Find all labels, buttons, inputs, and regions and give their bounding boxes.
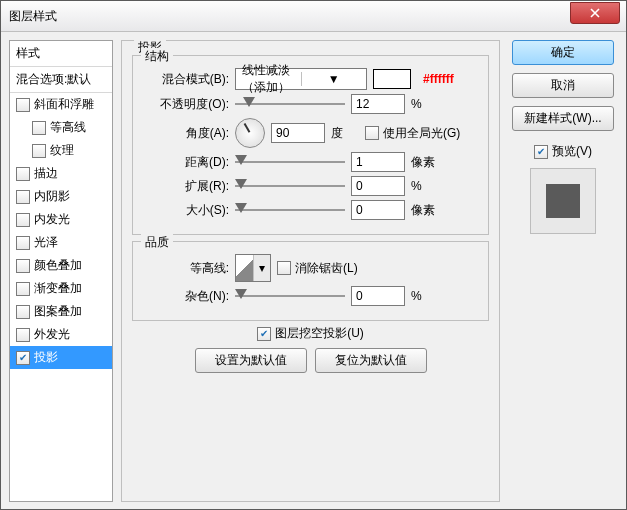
opacity-unit: %: [411, 97, 439, 111]
antialias-label: 消除锯齿(L): [295, 260, 358, 277]
blend-options-row[interactable]: 混合选项:默认: [10, 67, 112, 93]
sidebar-item-label: 纹理: [50, 142, 74, 159]
size-slider[interactable]: [235, 203, 345, 217]
sidebar-item-2[interactable]: 纹理: [10, 139, 112, 162]
knockout-check[interactable]: ✔ 图层挖空投影(U): [257, 325, 364, 342]
spread-value[interactable]: 0: [351, 176, 405, 196]
distance-unit: 像素: [411, 154, 439, 171]
sidebar-item-label: 投影: [34, 349, 58, 366]
opacity-slider[interactable]: [235, 97, 345, 111]
checkbox-icon: [16, 305, 30, 319]
quality-legend: 品质: [141, 234, 173, 251]
structure-group: 结构 混合模式(B): 线性减淡（添加） ▼ #ffffff 不透明度(O): …: [132, 55, 489, 235]
window-title: 图层样式: [9, 8, 57, 25]
spread-slider[interactable]: [235, 179, 345, 193]
contour-label: 等高线:: [143, 260, 229, 277]
preview-box: [530, 168, 596, 234]
right-column: 确定 取消 新建样式(W)... ✔ 预览(V): [508, 40, 618, 502]
sidebar-item-5[interactable]: 内发光: [10, 208, 112, 231]
opacity-value[interactable]: 12: [351, 94, 405, 114]
checkbox-icon: ✔: [534, 145, 548, 159]
spread-unit: %: [411, 179, 439, 193]
checkbox-icon: [32, 144, 46, 158]
angle-value[interactable]: 90: [271, 123, 325, 143]
noise-unit: %: [411, 289, 439, 303]
sidebar-item-label: 颜色叠加: [34, 257, 82, 274]
titlebar[interactable]: 图层样式: [1, 1, 626, 32]
preview-swatch: [546, 184, 580, 218]
sidebar-item-6[interactable]: 光泽: [10, 231, 112, 254]
global-light-label: 使用全局光(G): [383, 125, 460, 142]
sidebar-item-label: 渐变叠加: [34, 280, 82, 297]
sidebar-item-label: 内发光: [34, 211, 70, 228]
sidebar-header[interactable]: 样式: [10, 41, 112, 67]
sidebar-item-10[interactable]: 外发光: [10, 323, 112, 346]
quality-group: 品质 等高线: ▾ 消除锯齿(L) 杂色(N): 0: [132, 241, 489, 321]
cancel-button[interactable]: 取消: [512, 73, 614, 98]
checkbox-icon: [277, 261, 291, 275]
preview-label: 预览(V): [552, 143, 592, 160]
sidebar-item-label: 等高线: [50, 119, 86, 136]
layer-style-dialog: 图层样式 样式 混合选项:默认 斜面和浮雕等高线纹理描边内阴影内发光光泽颜色叠加…: [0, 0, 627, 510]
sidebar-item-label: 外发光: [34, 326, 70, 343]
knockout-label: 图层挖空投影(U): [275, 325, 364, 342]
sidebar-item-7[interactable]: 颜色叠加: [10, 254, 112, 277]
noise-value[interactable]: 0: [351, 286, 405, 306]
distance-slider[interactable]: [235, 155, 345, 169]
styles-sidebar: 样式 混合选项:默认 斜面和浮雕等高线纹理描边内阴影内发光光泽颜色叠加渐变叠加图…: [9, 40, 113, 502]
antialias-check[interactable]: 消除锯齿(L): [277, 260, 358, 277]
set-defaults-button[interactable]: 设置为默认值: [195, 348, 307, 373]
distance-label: 距离(D):: [143, 154, 229, 171]
sidebar-item-0[interactable]: 斜面和浮雕: [10, 93, 112, 116]
chevron-down-icon: ▾: [253, 255, 270, 281]
ok-button[interactable]: 确定: [512, 40, 614, 65]
angle-unit: 度: [331, 125, 359, 142]
sidebar-item-label: 内阴影: [34, 188, 70, 205]
contour-thumb-icon: [236, 255, 253, 281]
sidebar-item-3[interactable]: 描边: [10, 162, 112, 185]
color-swatch[interactable]: [373, 69, 411, 89]
sidebar-item-label: 斜面和浮雕: [34, 96, 94, 113]
size-value[interactable]: 0: [351, 200, 405, 220]
close-button[interactable]: [570, 2, 620, 24]
sidebar-item-label: 描边: [34, 165, 58, 182]
size-label: 大小(S):: [143, 202, 229, 219]
checkbox-icon: ✔: [257, 327, 271, 341]
checkbox-icon: [16, 167, 30, 181]
sidebar-item-4[interactable]: 内阴影: [10, 185, 112, 208]
checkbox-icon: [16, 328, 30, 342]
blend-mode-value: 线性减淡（添加）: [236, 62, 301, 96]
dialog-body: 样式 混合选项:默认 斜面和浮雕等高线纹理描边内阴影内发光光泽颜色叠加渐变叠加图…: [1, 32, 626, 510]
checkbox-icon: [32, 121, 46, 135]
sidebar-item-9[interactable]: 图案叠加: [10, 300, 112, 323]
spread-label: 扩展(R):: [143, 178, 229, 195]
sidebar-item-1[interactable]: 等高线: [10, 116, 112, 139]
distance-value[interactable]: 1: [351, 152, 405, 172]
noise-slider[interactable]: [235, 289, 345, 303]
sidebar-item-11[interactable]: ✔投影: [10, 346, 112, 369]
size-unit: 像素: [411, 202, 439, 219]
main-panel: 投影 结构 混合模式(B): 线性减淡（添加） ▼ #ffffff 不透明度(O…: [121, 40, 500, 502]
reset-defaults-button[interactable]: 复位为默认值: [315, 348, 427, 373]
angle-dial[interactable]: [235, 118, 265, 148]
blend-mode-combo[interactable]: 线性减淡（添加） ▼: [235, 68, 367, 90]
checkbox-icon: [16, 259, 30, 273]
checkbox-icon: [16, 236, 30, 250]
checkbox-icon: ✔: [16, 351, 30, 365]
new-style-button[interactable]: 新建样式(W)...: [512, 106, 614, 131]
checkbox-icon: [16, 213, 30, 227]
blend-mode-label: 混合模式(B):: [143, 71, 229, 88]
sidebar-item-label: 光泽: [34, 234, 58, 251]
contour-picker[interactable]: ▾: [235, 254, 271, 282]
preview-check[interactable]: ✔ 预览(V): [534, 143, 592, 160]
close-icon: [590, 8, 600, 18]
sidebar-item-8[interactable]: 渐变叠加: [10, 277, 112, 300]
opacity-label: 不透明度(O):: [143, 96, 229, 113]
checkbox-icon: [365, 126, 379, 140]
angle-label: 角度(A):: [143, 125, 229, 142]
sidebar-item-label: 图案叠加: [34, 303, 82, 320]
global-light-check[interactable]: 使用全局光(G): [365, 125, 460, 142]
checkbox-icon: [16, 282, 30, 296]
color-hex: #ffffff: [423, 72, 454, 86]
noise-label: 杂色(N):: [143, 288, 229, 305]
